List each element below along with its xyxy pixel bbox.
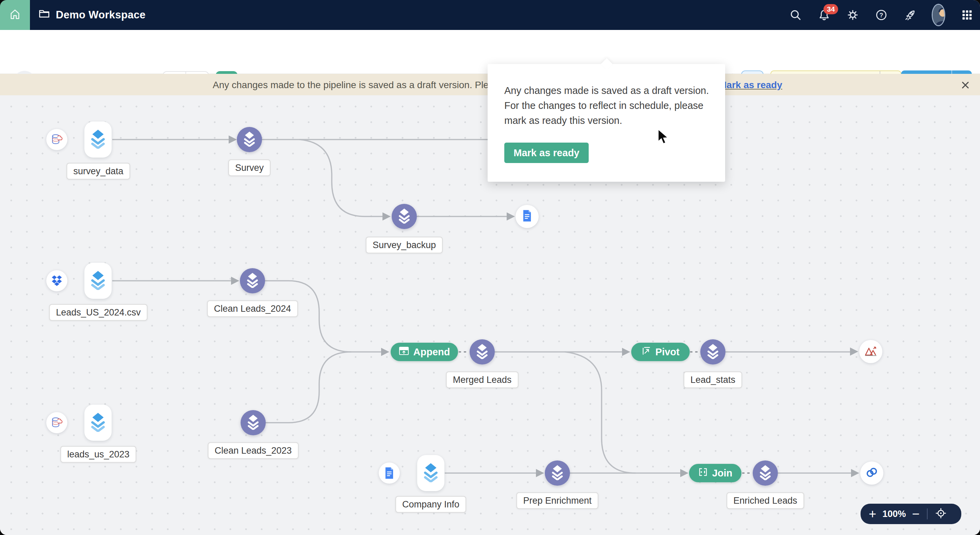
dataset-stack-icon xyxy=(89,129,107,150)
fit-to-screen-icon[interactable] xyxy=(935,508,947,521)
mouse-cursor xyxy=(656,129,672,148)
append-icon xyxy=(399,347,409,358)
document-icon xyxy=(521,209,533,224)
dataset-node-leads-us-2023[interactable] xyxy=(84,404,111,441)
node-label: Clean Leads_2023 xyxy=(208,443,299,459)
database-source-icon xyxy=(46,412,67,433)
app-window: Demo Workspace 34 ? xyxy=(0,0,980,535)
op-node-merged-leads[interactable] xyxy=(469,339,495,365)
stack-icon xyxy=(550,465,564,482)
op-node-lead-stats[interactable] xyxy=(700,339,725,365)
node-label: Merged Leads xyxy=(446,372,519,389)
mark-as-ready-button[interactable]: Mark as ready xyxy=(504,143,589,163)
avatar-image xyxy=(932,4,945,26)
op-node-survey-backup[interactable] xyxy=(392,204,417,229)
home-button[interactable] xyxy=(0,0,30,30)
dataset-stack-icon xyxy=(89,270,107,291)
svg-text:?: ? xyxy=(880,12,883,19)
popover-message: Any changes made is saved as a draft ver… xyxy=(504,83,709,128)
node-label: Survey_backup xyxy=(366,237,443,253)
notifications-bell-icon[interactable]: 34 xyxy=(817,8,831,22)
mark-as-ready-popover: Any changes made is saved as a draft ver… xyxy=(488,64,725,182)
stack-icon xyxy=(706,343,720,360)
op-node-prep-enrichment[interactable] xyxy=(545,460,570,486)
navbar-actions: 34 ? xyxy=(789,0,974,30)
top-navbar: Demo Workspace 34 ? xyxy=(0,0,980,30)
op-node-survey[interactable] xyxy=(237,127,262,152)
banner-message: Any changes made to the pipeline is save… xyxy=(213,80,504,91)
workspace-name: Demo Workspace xyxy=(56,9,146,21)
op-node-enriched-leads[interactable] xyxy=(753,460,778,486)
home-icon xyxy=(8,8,22,22)
op-node-clean-leads-2024[interactable] xyxy=(240,268,265,293)
node-label: Lead_stats xyxy=(684,372,742,389)
append-node[interactable]: Append xyxy=(391,343,458,361)
dataset-node-leads-us-2024[interactable] xyxy=(84,263,111,299)
crm-link-icon xyxy=(865,466,878,481)
banner-close-icon[interactable] xyxy=(959,79,971,91)
node-label: Leads_US_2024.csv xyxy=(49,304,147,321)
node-label: Survey xyxy=(228,159,270,176)
node-label: Clean Leads_2024 xyxy=(207,301,298,317)
stack-icon xyxy=(398,208,411,225)
stack-icon xyxy=(246,272,259,289)
stack-icon xyxy=(476,343,489,360)
node-label: Prep Enrichment xyxy=(516,492,598,509)
pivot-icon xyxy=(641,346,651,358)
node-label: leads_us_2023 xyxy=(60,446,136,463)
settings-gear-icon[interactable] xyxy=(846,8,859,22)
join-node[interactable]: Join xyxy=(689,464,741,482)
join-icon xyxy=(698,467,708,479)
stack-icon xyxy=(247,414,260,431)
export-crm-node[interactable] xyxy=(860,462,883,485)
zoom-level: 100% xyxy=(882,509,906,519)
mark-as-ready-link[interactable]: Mark as ready xyxy=(719,80,782,91)
user-avatar[interactable] xyxy=(932,8,945,22)
op-node-clean-leads-2023[interactable] xyxy=(240,410,266,435)
stack-icon xyxy=(243,131,256,148)
dropbox-source-icon xyxy=(46,270,67,291)
export-document-node[interactable] xyxy=(515,205,539,228)
pivot-node[interactable]: Pivot xyxy=(631,343,690,361)
dataset-node-company-info[interactable] xyxy=(417,455,444,491)
export-analytics-node[interactable] xyxy=(859,340,882,363)
node-label: Enriched Leads xyxy=(727,492,804,509)
database-source-icon xyxy=(46,129,67,150)
workspace-switcher[interactable]: Demo Workspace xyxy=(38,0,146,30)
dataset-stack-icon xyxy=(422,462,439,484)
dataset-node-survey-data[interactable] xyxy=(84,121,111,158)
search-icon[interactable] xyxy=(789,8,802,22)
document-source-icon xyxy=(379,462,400,484)
canvas-zoom-widget: + 100% − xyxy=(861,504,961,524)
stack-icon xyxy=(759,465,772,482)
folder-icon xyxy=(38,8,50,22)
zoom-divider xyxy=(927,508,928,519)
node-label: survey_data xyxy=(66,163,130,180)
dataset-stack-icon xyxy=(89,412,107,433)
rocket-icon[interactable] xyxy=(903,8,917,22)
help-icon[interactable]: ? xyxy=(875,8,888,22)
notification-badge: 34 xyxy=(824,4,838,14)
analytics-chart-icon xyxy=(864,344,878,359)
apps-grid-icon[interactable] xyxy=(960,8,974,22)
node-label: Company Info xyxy=(395,496,466,513)
